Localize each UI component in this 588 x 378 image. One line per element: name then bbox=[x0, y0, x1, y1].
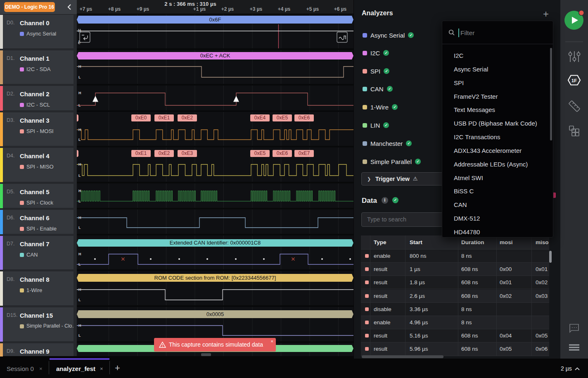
svg-text:H: H bbox=[78, 189, 81, 193]
svg-text:H: H bbox=[78, 128, 81, 132]
svg-text:H: H bbox=[78, 162, 81, 166]
svg-text:1F: 1F bbox=[571, 78, 577, 83]
svg-text:L: L bbox=[78, 40, 81, 44]
svg-text:L: L bbox=[78, 138, 81, 142]
svg-text:L: L bbox=[78, 199, 81, 203]
svg-text:H: H bbox=[78, 91, 81, 95]
svg-text:H: H bbox=[78, 29, 81, 33]
svg-text:L: L bbox=[78, 174, 81, 178]
svg-text:L: L bbox=[78, 298, 81, 302]
svg-text:L: L bbox=[78, 103, 81, 107]
svg-text:H: H bbox=[78, 216, 81, 220]
svg-text:H: H bbox=[78, 288, 81, 292]
svg-text:H: H bbox=[78, 323, 81, 328]
svg-text:H: H bbox=[78, 252, 81, 256]
svg-text:L: L bbox=[78, 226, 81, 230]
svg-text:H: H bbox=[78, 64, 81, 69]
svg-text:L: L bbox=[78, 262, 81, 266]
svg-text:L: L bbox=[78, 333, 81, 338]
svg-text:L: L bbox=[78, 75, 81, 79]
